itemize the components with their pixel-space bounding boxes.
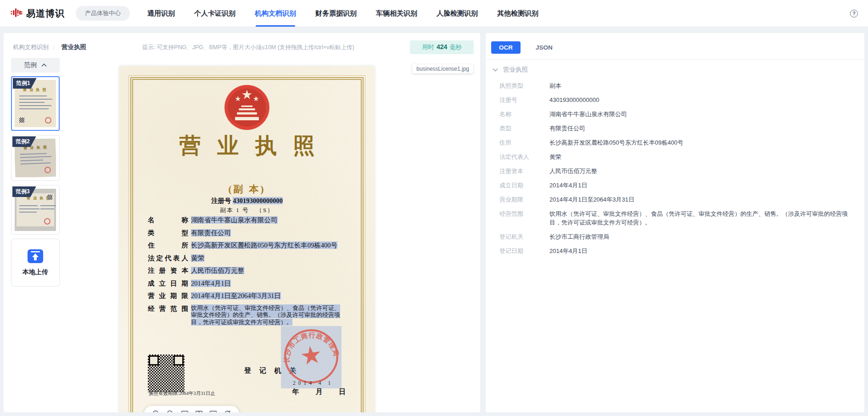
business-license-image: 营 业 执 照 (副 本) 注册号 430193000000000 副本 1 号… (119, 66, 375, 412)
license-field-row: 住所 长沙高新开发区麓松路050号东方红长丰09栋400号 (148, 241, 350, 249)
field-label: 住所 (148, 241, 188, 249)
result-value: 湖南省牛牛寨山泉水有限公司 (549, 110, 627, 118)
fit-width-icon[interactable] (179, 409, 190, 412)
field-value: 2014年4月1日至2064年3月31日 (191, 292, 281, 299)
result-value: 2014年4月1日 (549, 247, 587, 255)
license-field-row: 经营范围 饮用水（凭许可证、审批文件经营）、食品（凭许可证、审批文件经营）的生产… (148, 304, 350, 326)
help-info-icon[interactable]: ? (850, 10, 858, 17)
result-row: 名称 湖南省牛牛寨山泉水有限公司 (499, 110, 855, 118)
upload-label: 本地上传 (22, 268, 48, 276)
field-value: 饮用水（凭许可证、审批文件经营）、食品（凭许可证、审批文件经营）的生产、销售。（… (191, 304, 340, 326)
result-label: 登记机关 (499, 232, 549, 241)
copy-number-line: 副本 1 号 （S） (119, 206, 375, 214)
chevron-down-icon (493, 68, 498, 72)
result-label: 名称 (499, 110, 549, 118)
upload-box-icon (27, 249, 44, 264)
field-value: 长沙高新开发区麓松路050号东方红长丰09栋400号 (191, 242, 337, 249)
official-red-stamp: 长沙市工商行政管理局 (279, 324, 343, 388)
image-viewer: businessLicense1.jpg (62, 51, 480, 412)
svg-text:1:1: 1:1 (211, 412, 216, 413)
validity-note: 换照有效期限:2064年3月31日止 (149, 390, 215, 397)
license-field-row: 营业期限 2014年4月1日至2064年3月31日 (148, 292, 350, 300)
nav-item-general[interactable]: 通用识别 (147, 0, 175, 27)
nav-item-other-detect[interactable]: 其他检测识别 (497, 0, 538, 27)
rotate-icon[interactable] (222, 409, 232, 412)
brand-logo[interactable]: 易道博识 (10, 6, 65, 21)
license-field-row: 法定代表人 黄荣 (148, 254, 350, 262)
samples-collapse-header[interactable]: 范例 (11, 58, 60, 73)
license-field-row: 类型 有限责任公司 (148, 229, 350, 237)
result-tabs: OCR JSON (486, 33, 864, 59)
result-row: 登记日期 2014年4月1日 (499, 247, 855, 255)
samples-title: 范例 (24, 61, 37, 69)
nav-item-personal-card[interactable]: 个人卡证识别 (194, 0, 235, 27)
field-label: 成立日期 (148, 279, 188, 287)
breadcrumb-parent[interactable]: 机构文档识别 (13, 43, 49, 51)
field-label: 注册资本 (148, 266, 188, 275)
license-field-row: 成立日期 2014年4月1日 (148, 279, 350, 287)
result-label: 登记日期 (499, 247, 549, 255)
viewer-toolbar: 1:1 (144, 406, 239, 412)
nav-item-vehicle[interactable]: 车辆相关识别 (376, 0, 417, 27)
result-row: 注册号 430193000000000 (499, 96, 855, 104)
license-field-row: 注册资本 人民币伍佰万元整 (148, 266, 350, 275)
result-fields: 执照类型 副本 注册号 430193000000000 名称 湖南省牛牛寨山泉水… (486, 76, 864, 255)
nav-item-org-document[interactable]: 机构文档识别 (255, 0, 296, 27)
zoom-in-icon[interactable] (151, 409, 161, 412)
zoom-out-icon[interactable] (165, 409, 175, 412)
result-label: 类型 (499, 124, 549, 133)
result-value: 430193000000000 (549, 96, 599, 104)
result-row: 住所 长沙高新开发区麓松路050号东方红长丰09栋400号 (499, 138, 855, 147)
result-label: 成立日期 (499, 181, 549, 190)
sample-thumbnail-3[interactable]: 范例3 营 业 执 照 (11, 185, 60, 235)
sample-thumbnail-2[interactable]: 范例2 营 业 执 照 (11, 135, 60, 181)
national-emblem-icon (223, 84, 271, 131)
result-value: 2014年4月1日至2064年3月31日 (549, 195, 634, 204)
result-label: 住所 (499, 138, 549, 147)
local-upload-button[interactable]: 本地上传 (11, 239, 60, 287)
workspace: 机构文档识别 〉 营业执照 提示: 可支持PNG、JPG、BMP等，图片大小须≤… (0, 27, 868, 416)
result-row: 法定代表人 黄荣 (499, 152, 855, 161)
result-label: 营业期限 (499, 195, 549, 204)
main-nav: 通用识别 个人卡证识别 机构文档识别 财务票据识别 车辆相关识别 人脸检测识别 … (147, 0, 538, 27)
result-row: 成立日期 2014年4月1日 (499, 181, 855, 190)
sample-thumbnail-1[interactable]: 范例1 营 业 执 照 (11, 76, 60, 131)
license-subtitle: (副 本) (119, 183, 375, 196)
nav-item-face-detect[interactable]: 人脸检测识别 (437, 0, 478, 27)
field-value: 黄荣 (191, 254, 204, 262)
field-label: 法定代表人 (148, 254, 188, 262)
timing-prefix: 用时 (422, 44, 434, 51)
license-field-row: 名称 湖南省牛牛寨山泉水有限公司 (148, 216, 350, 224)
result-row: 类型 有限责任公司 (499, 124, 855, 133)
result-section-header[interactable]: 营业执照 (486, 60, 864, 76)
result-section-title: 营业执照 (503, 66, 528, 74)
breadcrumb-current: 营业执照 (62, 43, 86, 51)
samples-sidebar: 范例 范例1 营 业 执 照 (11, 58, 60, 287)
result-label: 法定代表人 (499, 152, 549, 161)
result-value: 黄荣 (549, 152, 561, 161)
qr-code (148, 354, 185, 392)
result-label: 经营范围 (499, 209, 549, 227)
field-label: 经营范围 (148, 304, 188, 326)
license-date-numbers: 2014 4 1 (281, 380, 345, 386)
chevron-up-icon (41, 63, 47, 67)
field-value: 湖南省牛牛寨山泉水有限公司 (191, 216, 278, 224)
field-value: 人民币伍佰万元整 (191, 267, 244, 274)
result-value: 长沙市工商行政管理局 (549, 232, 609, 241)
result-value: 人民币伍佰万元整 (549, 167, 597, 175)
result-label: 注册资本 (499, 167, 549, 175)
recognition-panel: 机构文档识别 〉 营业执照 提示: 可支持PNG、JPG、BMP等，图片大小须≤… (4, 33, 480, 412)
field-label: 名称 (148, 216, 188, 224)
result-value: 2014年4月1日 (549, 181, 587, 190)
timing-unit: 毫秒 (450, 44, 462, 51)
nav-item-finance-invoice[interactable]: 财务票据识别 (315, 0, 357, 27)
tab-ocr[interactable]: OCR (491, 41, 521, 54)
result-value: 长沙高新开发区麓松路050号东方红长丰09栋400号 (549, 138, 683, 147)
product-center-badge: 产品体验中心 (76, 6, 130, 21)
registration-line: 注册号 430193000000000 (119, 197, 375, 205)
tab-json[interactable]: JSON (528, 41, 560, 54)
result-row: 注册资本 人民币伍佰万元整 (499, 167, 855, 175)
fit-height-icon[interactable] (194, 409, 204, 412)
field-label: 营业期限 (148, 292, 188, 300)
actual-size-icon[interactable]: 1:1 (208, 409, 218, 412)
